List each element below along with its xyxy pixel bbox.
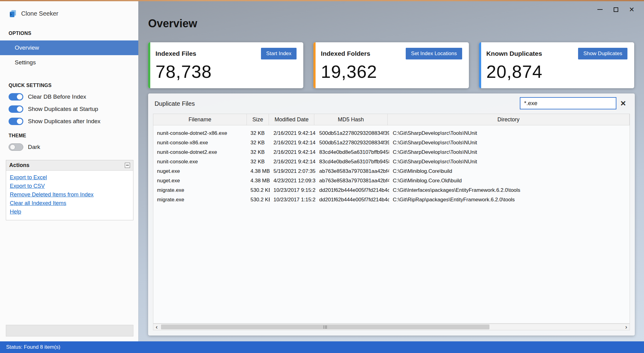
sidebar-item-settings[interactable]: Settings	[0, 55, 138, 70]
minimize-icon	[597, 9, 603, 10]
cell-filename: nunit-console.exe	[153, 157, 247, 166]
cell-modified-date: 4/23/2021 12:09:31 PM	[270, 176, 316, 185]
options-section-header: OPTIONS	[9, 31, 138, 36]
table-row[interactable]: nuget.exe 4.38 MB 4/23/2021 12:09:31 PM …	[153, 176, 630, 185]
table-row[interactable]: nuget.exe 4.38 MB 5/19/2021 2:07:35 PM a…	[153, 166, 630, 176]
summary-cards: Indexed Files Start Index 78,738 Indexed…	[148, 42, 634, 88]
column-header-md5-hash[interactable]: MD5 Hash	[314, 114, 388, 125]
card-title: Known Duplicates	[486, 50, 542, 57]
scrollbar-grip	[324, 325, 327, 329]
cell-modified-date: 2/16/2021 9:42:14 AM	[270, 138, 316, 147]
scrollbar-thumb[interactable]	[161, 325, 489, 329]
horizontal-scrollbar[interactable]: ‹ ›	[153, 324, 630, 330]
scroll-right-icon[interactable]: ›	[623, 324, 630, 330]
set-index-locations-button[interactable]: Set Index Locations	[406, 48, 462, 59]
sidebar-item-overview[interactable]: Overview	[0, 40, 138, 55]
clear-all-indexed-items-link[interactable]: Clear all Indexed Items	[10, 200, 66, 207]
minimize-button[interactable]	[592, 3, 608, 16]
start-index-button[interactable]: Start Index	[261, 48, 297, 59]
help-link[interactable]: Help	[10, 209, 21, 215]
cell-directory: C:\Git\Miniblog.Core\build	[389, 166, 630, 176]
main-area: × Overview Indexed Files Start Index 78,…	[138, 1, 644, 341]
clear-filter-button[interactable]: ×	[616, 97, 630, 110]
status-bar: Status: Found 8 item(s)	[0, 341, 644, 353]
cell-directory: C:\Git\Miniblog.Core.Old\build	[389, 176, 630, 185]
cell-modified-date: 10/23/2017 1:15:20 PM	[270, 195, 316, 204]
app-window: Clone Seeker OPTIONS Overview Settings Q…	[0, 0, 644, 353]
cell-md5-hash: 83cd4e0bd8e5a63107bffb9458353914	[316, 147, 389, 157]
table-row[interactable]: migrate.exe 530.2 KB 10/23/2017 1:15:20 …	[153, 195, 630, 204]
table-row[interactable]: nunit-console-x86.exe 32 KB 2/16/2021 9:…	[153, 138, 630, 147]
card-title: Indexed Folders	[321, 50, 370, 57]
cell-md5-hash: ab763e8583a7970381aa42bf4b55d71a	[316, 166, 389, 176]
close-button[interactable]: ×	[624, 3, 640, 16]
table-header-row: Filename Size Modified Date MD5 Hash Dir…	[153, 114, 630, 125]
cell-modified-date: 2/16/2021 9:42:14 AM	[270, 157, 316, 166]
cell-filename: migrate.exe	[153, 185, 247, 195]
cell-size: 32 KB	[247, 147, 270, 157]
show-duplicates-after-index-toggle[interactable]	[9, 118, 23, 125]
toggle-knob	[10, 144, 15, 150]
toggle-knob	[17, 106, 22, 112]
toggle-row-dark-theme: Dark	[9, 143, 138, 151]
filter-input[interactable]	[520, 97, 616, 109]
cell-directory: C:\Git\SharpDevelop\src\Tools\NUnit	[389, 138, 630, 147]
cell-filename: nunit-console-dotnet2.exe	[153, 147, 247, 157]
toggle-knob	[17, 119, 22, 124]
app-title: Clone Seeker	[21, 10, 58, 17]
sidebar-nav: Overview Settings	[0, 40, 138, 70]
clear-db-toggle[interactable]	[9, 93, 23, 101]
column-header-modified-date[interactable]: Modified Date	[269, 114, 314, 125]
actions-title: Actions	[9, 162, 29, 169]
cell-modified-date: 5/19/2021 2:07:35 PM	[270, 166, 316, 176]
cell-size: 530.2 KB	[247, 185, 270, 195]
cell-directory: C:\Git\Interfaces\packages\EntityFramewo…	[389, 185, 630, 195]
show-duplicates-startup-toggle[interactable]	[9, 105, 23, 113]
sidebar: Clone Seeker OPTIONS Overview Settings Q…	[0, 1, 138, 341]
remove-deleted-items-link[interactable]: Remove Deleted Items from Index	[10, 192, 94, 198]
column-header-size[interactable]: Size	[247, 114, 269, 125]
window-controls: ×	[592, 3, 640, 16]
dark-theme-toggle[interactable]	[9, 143, 23, 151]
cell-size: 4.38 MB	[247, 166, 270, 176]
progress-bar	[6, 325, 133, 336]
toggle-row-clear-db: Clear DB Before Index	[9, 93, 138, 101]
cell-md5-hash: 500db51a22780293208834f39e8c0389	[316, 128, 389, 138]
column-header-filename[interactable]: Filename	[153, 114, 247, 125]
table-row[interactable]: nunit-console.exe 32 KB 2/16/2021 9:42:1…	[153, 157, 630, 166]
export-to-csv-link[interactable]: Export to CSV	[10, 183, 45, 189]
table-row[interactable]: nunit-console-dotnet2-x86.exe 32 KB 2/16…	[153, 128, 630, 138]
indexed-folders-count: 19,362	[321, 61, 462, 82]
cell-filename: nunit-console-x86.exe	[153, 138, 247, 147]
scrollbar-track[interactable]	[160, 324, 623, 330]
duplicate-files-panel: Duplicate Files × Filename Size Modified…	[148, 93, 635, 336]
show-duplicates-button[interactable]: Show Duplicates	[578, 48, 627, 59]
cell-md5-hash: ab763e8583a7970381aa42bf4b55d71a	[316, 176, 389, 185]
duplicates-table: Filename Size Modified Date MD5 Hash Dir…	[153, 114, 630, 324]
cell-modified-date: 2/16/2021 9:42:14 AM	[270, 128, 316, 138]
maximize-button[interactable]	[608, 3, 624, 16]
cell-size: 4.38 MB	[247, 176, 270, 185]
toggle-label: Dark	[28, 144, 40, 150]
app-logo-icon	[9, 9, 17, 18]
scroll-left-icon[interactable]: ‹	[153, 324, 160, 330]
known-duplicates-count: 20,874	[486, 61, 627, 82]
actions-links: Export to Excel Export to CSV Remove Del…	[6, 171, 133, 220]
cell-md5-hash: dd201f62b444e005f7fd214b4c3699ed	[316, 185, 389, 195]
toggle-row-show-duplicates-startup: Show Duplicates at Startup	[9, 105, 138, 113]
indexed-files-count: 78,738	[155, 61, 297, 82]
cell-md5-hash: 83cd4e0bd8e5a63107bffb9458353914	[316, 157, 389, 166]
cell-size: 32 KB	[247, 157, 270, 166]
cell-directory: C:\Git\SharpDevelop\src\Tools\NUnit	[389, 157, 630, 166]
indexed-folders-card: Indexed Folders Set Index Locations 19,3…	[313, 42, 469, 88]
table-row[interactable]: nunit-console-dotnet2.exe 32 KB 2/16/202…	[153, 147, 630, 157]
status-text: Status: Found 8 item(s)	[6, 344, 60, 350]
cell-directory: C:\Git\SharpDevelop\src\Tools\NUnit	[389, 147, 630, 157]
column-header-directory[interactable]: Directory	[388, 114, 630, 125]
app-logo-row: Clone Seeker	[9, 9, 138, 18]
table-row[interactable]: migrate.exe 530.2 KB 10/23/2017 9:15:20 …	[153, 185, 630, 195]
cell-directory: C:\Git\SharpDevelop\src\Tools\NUnit	[389, 128, 630, 138]
cell-modified-date: 2/16/2021 9:42:14 AM	[270, 147, 316, 157]
collapse-icon[interactable]	[125, 163, 130, 168]
export-to-excel-link[interactable]: Export to Excel	[10, 174, 47, 181]
